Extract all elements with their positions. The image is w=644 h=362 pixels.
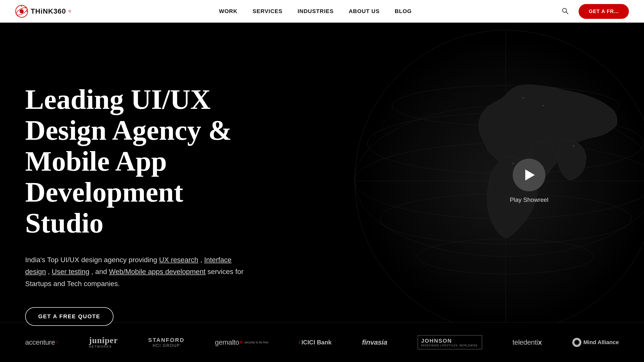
nav-item-about[interactable]: ABOUT US	[349, 8, 380, 15]
hero-cta-button[interactable]: GET A FREE QUOTE	[25, 307, 113, 326]
svg-point-17	[522, 97, 524, 99]
nav-link-services[interactable]: SERVICES	[253, 8, 283, 14]
client-logo-finvasia: finvasia	[362, 338, 387, 346]
client-logo-icici: i ICICI Bank	[299, 339, 332, 346]
client-logo-mind-alliance: Mind Alliance	[572, 338, 619, 347]
play-icon	[525, 169, 535, 180]
svg-point-1	[20, 9, 24, 13]
nav-item-industries[interactable]: INDUSTRIES	[298, 8, 334, 15]
hero-desc-mid: , and	[91, 268, 109, 276]
hero-description: India's Top UI/UX design agency providin…	[25, 254, 252, 290]
nav-link-work[interactable]: WORK	[219, 8, 237, 14]
hero-desc-prefix: India's Top UI/UX design agency providin…	[25, 256, 159, 264]
hero-desc-link-web-mobile[interactable]: Web/Mobile apps development	[109, 268, 206, 276]
nav-link-about[interactable]: ABOUT US	[349, 8, 380, 14]
globe-graphic	[342, 18, 644, 344]
hero-section: Leading UI/UX Design Agency & Mobile App…	[0, 0, 644, 362]
logo-text: THiNK360	[31, 7, 66, 15]
search-button[interactable]	[559, 5, 571, 18]
client-logo-johnson: JOHNSON REDEFINING LIFESTYLES. WORLDWIDE…	[418, 335, 482, 349]
nav-item-services[interactable]: SERVICES	[253, 8, 283, 15]
play-showreel[interactable]: Play Showreel	[510, 159, 548, 203]
svg-line-7	[566, 12, 568, 14]
logo-icon	[15, 5, 28, 18]
nav-link-blog[interactable]: BLOG	[395, 8, 412, 14]
svg-point-20	[573, 145, 574, 147]
hero-desc-sep2: ,	[48, 268, 52, 276]
hero-desc-link-user-testing[interactable]: User testing	[52, 268, 89, 276]
search-icon	[561, 7, 569, 15]
nav-link-industries[interactable]: INDUSTRIES	[298, 8, 334, 14]
hero-desc-sep1: ,	[200, 256, 204, 264]
svg-point-18	[543, 105, 544, 106]
hero-desc-link-ux-research[interactable]: UX research	[159, 256, 198, 264]
client-logo-teledentix: teledenti x	[512, 338, 542, 346]
play-button-circle[interactable]	[513, 159, 545, 191]
nav-item-work[interactable]: WORK	[219, 8, 237, 15]
play-showreel-label: Play Showreel	[510, 196, 548, 203]
hero-content: Leading UI/UX Design Agency & Mobile App…	[0, 44, 277, 341]
nav-right: GET A FR...	[559, 4, 629, 19]
navbar: THiNK360 ® WORK SERVICES INDUSTRIES ABOU…	[0, 0, 644, 23]
logo[interactable]: THiNK360 ®	[15, 5, 71, 18]
nav-cta-button[interactable]: GET A FR...	[579, 4, 629, 19]
hero-title: Leading UI/UX Design Agency & Mobile App…	[25, 84, 252, 239]
nav-links: WORK SERVICES INDUSTRIES ABOUT US BLOG	[219, 8, 412, 15]
nav-item-blog[interactable]: BLOG	[395, 8, 412, 15]
